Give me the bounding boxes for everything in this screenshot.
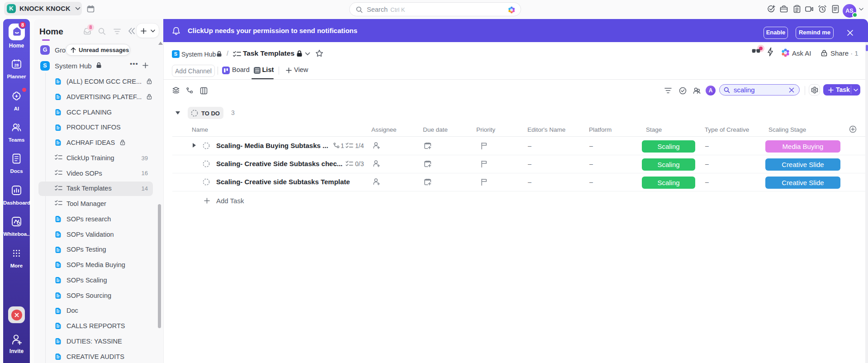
svg-text:28: 28 [14,63,19,67]
